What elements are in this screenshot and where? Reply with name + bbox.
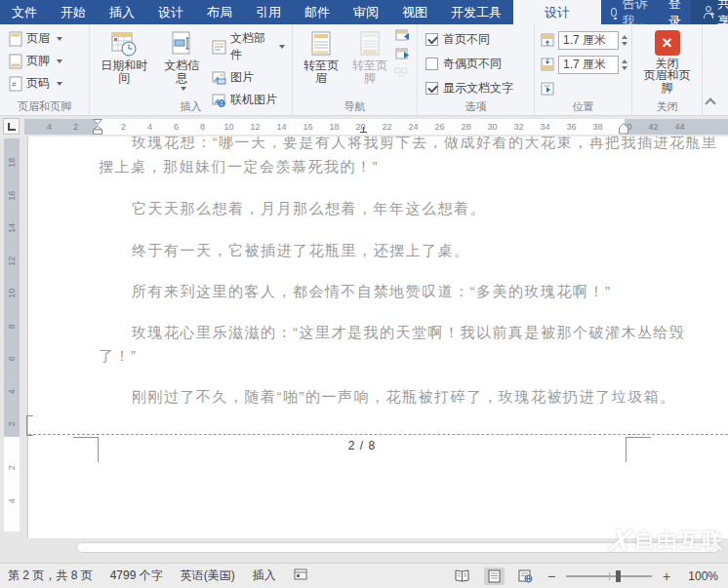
- show-document-text-checkbox[interactable]: 显示文档文字: [425, 78, 513, 98]
- print-layout-button[interactable]: [484, 568, 505, 585]
- tab-selector-button[interactable]: [3, 118, 20, 135]
- ribbon-tab[interactable]: 开始: [49, 0, 98, 24]
- status-bar: 第 2 页，共 8 页 4799 个字 英语(美国) 插入 − + 100%: [0, 563, 728, 588]
- zoom-in-button[interactable]: +: [662, 568, 671, 584]
- watermark-x-logo: X: [608, 527, 633, 554]
- ruler-number: 4: [0, 383, 28, 399]
- vruler-footer-numbers: 24: [4, 451, 20, 517]
- ruler-number: 4: [36, 122, 62, 132]
- indent-markers-icon[interactable]: [93, 119, 102, 135]
- different-odd-even-checkbox[interactable]: 奇偶页不同: [425, 54, 513, 73]
- ribbon-tab[interactable]: 开发工具: [439, 0, 513, 24]
- footer-from-bottom-stepper[interactable]: [622, 59, 627, 70]
- ruler-number: 28: [453, 122, 479, 132]
- ruler-number: 42: [640, 122, 667, 132]
- ruler-number: 18: [0, 155, 28, 171]
- ruler-number: 16: [0, 187, 28, 203]
- page-number-icon: #: [9, 76, 22, 92]
- tab-design-contextual[interactable]: 设计: [513, 0, 601, 24]
- insert-mode-indicator[interactable]: 插入: [253, 568, 276, 584]
- collapse-ribbon-icon[interactable]: [705, 98, 715, 108]
- document-page[interactable]: 玫瑰花想：“哪一天，要是有人将我剪下去，做成好看的大花束，再把我插进花瓶里 摆上…: [27, 137, 728, 538]
- footer-margin-mark-right: [626, 437, 651, 462]
- ribbon-tab[interactable]: 视图: [390, 0, 439, 24]
- goto-header-button[interactable]: 转至页眉: [297, 27, 345, 85]
- pictures-button[interactable]: 图片: [209, 68, 288, 87]
- goto-footer-label: 转至页脚: [349, 59, 390, 85]
- header-button[interactable]: 页眉: [6, 29, 65, 48]
- quick-parts-icon: [212, 40, 226, 55]
- link-previous-icon[interactable]: [394, 29, 410, 42]
- macro-record-button[interactable]: [294, 568, 307, 583]
- ruler-number: 12: [242, 122, 268, 132]
- page-indicator[interactable]: 第 2 页，共 8 页: [8, 568, 93, 584]
- ribbon-tab[interactable]: 审阅: [342, 0, 390, 24]
- web-layout-button[interactable]: [514, 568, 537, 585]
- page-number-label: 页码: [26, 75, 50, 92]
- web-layout-icon: [518, 569, 533, 583]
- read-mode-button[interactable]: [450, 568, 474, 584]
- ribbon-tab[interactable]: 邮件: [293, 0, 342, 24]
- share-button[interactable]: + 共享: [691, 0, 728, 24]
- body-text-line: 它天天那么想着，月月那么想着，年年这么想着。: [132, 200, 486, 218]
- group-label-header-footer: 页眉和页脚: [0, 99, 89, 114]
- footer-label: 页脚: [26, 53, 50, 69]
- ribbon-tabs: 文件开始插入设计布局引用邮件审阅视图开发工具: [0, 0, 513, 24]
- ruler-number: 8: [189, 122, 216, 132]
- zoom-slider-thumb[interactable]: [616, 570, 621, 582]
- word-count[interactable]: 4799 个字: [110, 568, 163, 584]
- tab-stop-marker[interactable]: [360, 127, 367, 133]
- ribbon-tab[interactable]: 设计: [146, 0, 195, 24]
- doc-info-button[interactable]: 文档信息: [155, 27, 209, 91]
- dropdown-caret-icon: [279, 45, 285, 49]
- footer-button[interactable]: 页脚: [6, 52, 65, 70]
- group-header-footer: 页眉 页脚 # 页码 页眉和页脚: [0, 24, 90, 115]
- ruler-number: 36: [558, 122, 585, 132]
- quick-parts-button[interactable]: 文档部件: [209, 29, 288, 64]
- word-window: 文件开始插入设计布局引用邮件审阅视图开发工具 设计 告诉我... 登录 + 共享…: [0, 0, 728, 588]
- right-indent-marker-icon[interactable]: [619, 123, 628, 135]
- insert-alignment-tab-icon[interactable]: [541, 82, 555, 97]
- ribbon-right-pad: [703, 24, 728, 115]
- sign-in-button[interactable]: 登录: [659, 0, 691, 24]
- horizontal-ruler[interactable]: 42 2468101214161820222426283032343638 40…: [24, 119, 728, 135]
- body-text-line: 了！”: [99, 347, 138, 366]
- language-indicator[interactable]: 英语(美国): [181, 568, 235, 584]
- ribbon-tab-bar: 文件开始插入设计布局引用邮件审阅视图开发工具 设计 告诉我... 登录 + 共享: [0, 0, 728, 24]
- document-area: 18161412108642 24 玫瑰花想：“哪一天，要是有人将我剪下去，做成…: [0, 137, 728, 563]
- ruler-number: 6: [0, 351, 28, 367]
- footer-page-number[interactable]: 2 / 8: [99, 439, 626, 452]
- ruler-number: 22: [374, 122, 400, 132]
- ribbon-tab[interactable]: 引用: [244, 0, 293, 24]
- ruler-number: 30: [479, 122, 506, 132]
- zoom-level[interactable]: 100%: [681, 569, 718, 583]
- link-next-icon[interactable]: [394, 48, 410, 60]
- zoom-slider[interactable]: [566, 569, 652, 583]
- ruler-number: 4: [137, 122, 163, 132]
- tell-me-box[interactable]: 告诉我...: [601, 0, 659, 24]
- close-header-footer-button[interactable]: × 关闭 页眉和页脚: [636, 27, 698, 95]
- group-position: 位置: [535, 24, 632, 115]
- vertical-ruler[interactable]: 18161412108642 24: [4, 138, 20, 531]
- page-number-button[interactable]: # 页码: [6, 74, 65, 93]
- zoom-out-button[interactable]: −: [546, 568, 556, 584]
- header-from-top-stepper[interactable]: [622, 35, 627, 46]
- link-to-previous-icon: [394, 66, 410, 79]
- doc-info-label: 文档信息: [159, 59, 205, 85]
- ruler-number: 26: [426, 122, 453, 132]
- header-footer-bracket: [26, 415, 33, 436]
- dropdown-caret-icon: [57, 59, 62, 63]
- ribbon-tab[interactable]: 文件: [0, 0, 49, 24]
- ribbon-tab[interactable]: 布局: [195, 0, 244, 24]
- macro-record-icon: [294, 568, 307, 580]
- checkbox-checked-icon: [425, 33, 438, 46]
- print-layout-icon: [488, 569, 501, 583]
- footer-from-bottom-input[interactable]: [558, 56, 619, 74]
- ruler-number: 2: [0, 416, 28, 432]
- header-from-top-input[interactable]: [558, 31, 619, 50]
- ruler-number: 38: [585, 122, 611, 132]
- header-label: 页眉: [26, 30, 50, 47]
- different-first-page-checkbox[interactable]: 首页不同: [425, 29, 513, 49]
- date-time-button[interactable]: 日期和时间: [94, 27, 155, 85]
- ribbon-tab[interactable]: 插入: [98, 0, 146, 24]
